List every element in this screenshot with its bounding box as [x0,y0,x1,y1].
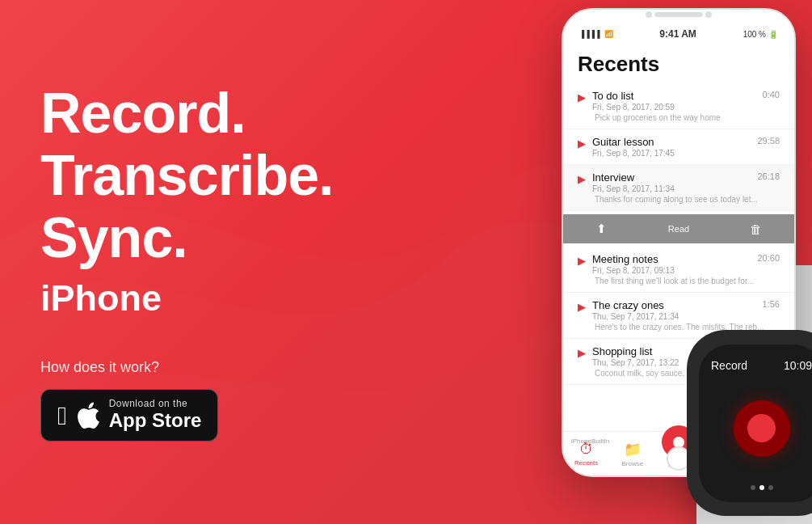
recording-info-2: Guitar lesson Fri, Sep 8, 2017, 17:45 [592,136,751,158]
recording-preview-1: Pick up groceries on the way home [595,113,780,122]
recording-item-3[interactable]: ▶ Interview Fri, Sep 8, 2017, 11:34 26:1… [563,165,794,211]
recording-duration-4: 20:60 [757,253,780,263]
watch-record-button[interactable] [734,400,790,457]
recording-duration-1: 0:40 [763,90,780,99]
recording-title-2: Guitar lesson [592,136,751,148]
action-bar: ⬆ Read 🗑 [563,214,794,243]
iphone-time: 9:41 AM [659,28,696,40]
watch-dot-3 [768,485,773,490]
share-icon: ⬆ [596,222,607,236]
headline-block: Record. Transcribe. Sync. [40,82,347,269]
recording-info-4: Meeting notes Fri, Sep 8, 2017, 09:13 [592,253,751,275]
camera-dot2 [705,11,712,18]
recording-date-1: Fri, Sep 8, 2017, 20:59 [592,103,756,112]
play-icon-3[interactable]: ▶ [578,173,586,185]
battery-percent: 100 % [743,30,766,39]
recording-info-3: Interview Fri, Sep 8, 2017, 11:34 [592,171,751,193]
watch-dots [751,485,773,490]
watch-top-row: Record 10:09 [711,359,812,372]
battery-icon: 🔋 [768,30,778,39]
recording-title-3: Interview [592,171,751,184]
main-container: Record. Transcribe. Sync. iPhone How doe… [0,0,812,524]
speaker-hole [654,12,703,17]
recording-title-4: Meeting notes [592,253,751,265]
recording-item-1[interactable]: ▶ To do list Fri, Sep 8, 2017, 20:59 0:4… [563,83,794,129]
delete-button[interactable]: 🗑 [717,214,794,243]
recording-info-1: To do list Fri, Sep 8, 2017, 20:59 [592,90,756,112]
apple-icon:  [57,403,67,429]
recording-title-1: To do list [592,90,756,102]
signal-icon: ▐▐▐▐ [579,30,600,38]
builtin-label: iPhoneBuiltIn [571,437,609,445]
signal-indicator: ▐▐▐▐ 📶 [579,30,613,38]
battery-indicator: 100 % 🔋 [743,30,778,39]
watch-dot-1 [751,485,755,490]
watch-body: Record 10:09 [687,330,812,516]
play-icon-1[interactable]: ▶ [578,91,586,104]
tab-recents-label: Recents [574,459,598,467]
browse-tab-icon: 📁 [624,441,642,458]
share-button[interactable]: ⬆ [563,214,640,243]
watch-dot-2 [759,485,764,490]
recording-date-2: Fri, Sep 8, 2017, 17:45 [592,149,751,158]
app-store-button[interactable]:  Download on the App Store [40,389,218,442]
tab-browse[interactable]: 📁 Browse [609,432,655,475]
apple-logo-icon [77,402,99,429]
recording-date-4: Fri, Sep 8, 2017, 09:13 [592,266,751,275]
headline-line3: Sync. [40,207,347,269]
tab-browse-label: Browse [621,460,643,467]
app-store-large-text: App Store [109,409,202,433]
recents-header: Recents [563,42,794,83]
recording-item-4[interactable]: ▶ Meeting notes Fri, Sep 8, 2017, 09:13 … [563,247,794,293]
watch-label: Record [711,359,747,372]
camera-dot [646,11,652,18]
recording-title-5: The crazy ones [592,299,756,311]
recording-duration-2: 29:58 [757,136,780,146]
watch-time: 10:09 [784,359,812,372]
play-icon-2[interactable]: ▶ [578,137,586,150]
app-store-small-text: Download on the [109,398,202,409]
headline-line2: Transcribe. [40,145,347,207]
recording-date-5: Thu, Sep 7, 2017, 21:34 [592,312,756,321]
read-label: Read [668,224,689,234]
watch-screen: Record 10:09 [699,344,812,502]
platform-label: iPhone [40,277,347,319]
read-button[interactable]: Read [640,214,717,243]
headline-line1: Record. [40,82,347,145]
watch-mockup: Record 10:09 [687,330,812,516]
recording-duration-3: 26:18 [757,171,780,181]
wifi-icon: 📶 [604,30,613,38]
play-icon-5[interactable]: ▶ [578,301,586,313]
left-content: Record. Transcribe. Sync. iPhone How doe… [0,50,388,475]
recording-duration-5: 1:56 [763,299,780,309]
delete-icon: 🗑 [750,222,762,236]
app-store-text: Download on the App Store [109,398,202,433]
play-icon-4[interactable]: ▶ [578,255,586,267]
iphone-status-bar: ▐▐▐▐ 📶 9:41 AM 100 % 🔋 [563,19,794,42]
recording-info-5: The crazy ones Thu, Sep 7, 2017, 21:34 [592,299,756,321]
how-it-works-text: How does it work? [40,359,347,376]
recording-preview-3: Thanks for coming along to see us today … [595,195,780,204]
recording-date-3: Fri, Sep 8, 2017, 11:34 [592,184,751,193]
right-content: Record 10:09 [388,0,812,524]
play-icon-6[interactable]: ▶ [578,347,586,359]
iphone-notch [563,10,794,19]
watch-record-circle [747,414,776,442]
recording-preview-4: The first thing we'll look at is the bud… [595,277,780,285]
recording-item-2[interactable]: ▶ Guitar lesson Fri, Sep 8, 2017, 17:45 … [563,129,794,165]
